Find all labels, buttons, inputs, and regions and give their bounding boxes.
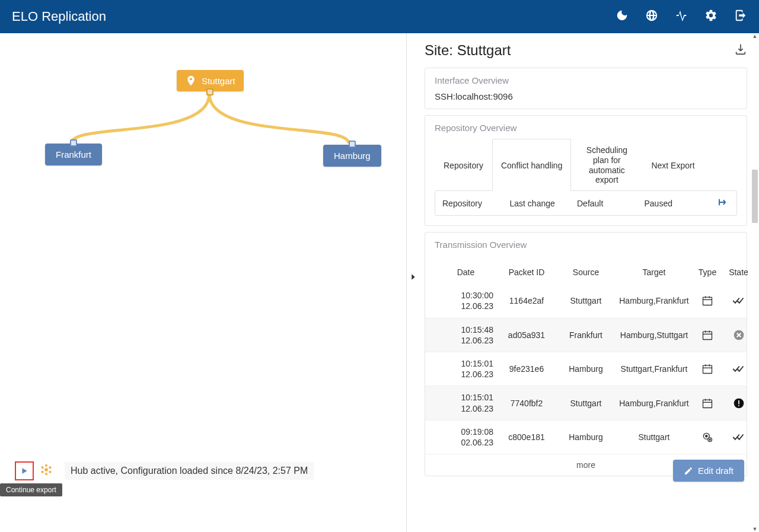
cell-source: Hamburg xyxy=(556,432,616,442)
hub-node[interactable]: Stuttgart xyxy=(177,70,244,91)
col-default: Default xyxy=(577,199,645,208)
state-icon xyxy=(722,432,755,442)
col-type: Type xyxy=(693,267,722,277)
type-icon xyxy=(693,397,722,409)
cell-target: Stuttgart,Frankfurt xyxy=(616,364,693,374)
continue-export-button[interactable] xyxy=(15,461,34,480)
svg-rect-19 xyxy=(738,405,739,406)
hub-status-icon xyxy=(40,463,53,479)
col-lastchange: Last change xyxy=(510,199,578,208)
cell-packetid: ad05a931 xyxy=(497,330,556,340)
svg-rect-13 xyxy=(703,400,712,407)
edit-draft-button[interactable]: Edit draft xyxy=(673,460,744,482)
child-node-hamburg[interactable]: Hamburg xyxy=(323,145,381,167)
table-row[interactable]: 10:15:0112.06.23 7740fbf2 Stuttgart Hamb… xyxy=(425,386,747,420)
page-title: Site: Stuttgart xyxy=(425,42,511,59)
gear-icon[interactable] xyxy=(704,9,717,24)
col-paused: Paused xyxy=(645,199,712,208)
cell-date: 10:15:0112.06.23 xyxy=(435,358,497,380)
tab-repository[interactable]: Repository xyxy=(435,139,492,191)
child-label: Hamburg xyxy=(334,151,371,161)
tab-next-export[interactable]: Next Export xyxy=(642,139,703,191)
table-row[interactable]: 10:15:0112.06.23 9fe231e6 Hamburg Stuttg… xyxy=(425,352,747,386)
svg-rect-0 xyxy=(703,298,712,305)
state-icon xyxy=(722,397,755,409)
svg-point-25 xyxy=(45,464,47,466)
tab-scheduling[interactable]: Scheduling plan for automatic export xyxy=(571,139,642,191)
table-row[interactable]: 10:30:0012.06.23 1164e2af Stuttgart Hamb… xyxy=(425,284,747,318)
cell-date: 10:15:4812.06.23 xyxy=(435,324,497,346)
child-node-frankfurt[interactable]: Frankfurt xyxy=(45,144,102,165)
type-icon xyxy=(693,431,722,443)
table-row[interactable]: 09:19:0802.06.23 c800e181 Hamburg Stuttg… xyxy=(425,420,747,454)
cell-target: Hamburg,Stuttgart xyxy=(616,330,693,340)
type-icon xyxy=(693,329,722,341)
edit-draft-label: Edit draft xyxy=(698,466,734,476)
repo-section-title: Repository Overview xyxy=(435,123,737,133)
cell-date: 09:19:0802.06.23 xyxy=(435,426,497,448)
svg-point-30 xyxy=(42,466,44,469)
state-icon xyxy=(722,329,755,341)
col-target: Target xyxy=(616,267,693,277)
col-repository: Repository xyxy=(442,199,510,208)
svg-point-27 xyxy=(49,470,51,473)
tab-conflict[interactable]: Conflict handling xyxy=(492,139,572,191)
cell-target: Stuttgart xyxy=(616,432,693,442)
type-icon xyxy=(693,363,722,375)
type-icon xyxy=(693,295,722,307)
cell-packetid: 7740fbf2 xyxy=(497,399,556,408)
interface-value: SSH:localhost:9096 xyxy=(435,91,737,101)
child-label: Frankfurt xyxy=(56,149,91,160)
globe-icon[interactable] xyxy=(645,9,658,24)
download-icon[interactable] xyxy=(734,43,747,58)
interface-section-title: Interface Overview xyxy=(435,75,737,85)
svg-point-28 xyxy=(45,473,47,475)
theme-icon[interactable] xyxy=(616,9,629,24)
activity-icon[interactable] xyxy=(675,9,688,24)
cell-date: 10:30:0012.06.23 xyxy=(435,290,497,311)
cell-source: Hamburg xyxy=(556,364,616,374)
svg-rect-18 xyxy=(738,400,739,404)
table-row[interactable]: 10:15:4812.06.23 ad05a931 Frankfurt Hamb… xyxy=(425,318,747,352)
status-text: Hub active, Configuration loaded since 8… xyxy=(65,462,314,480)
hub-label: Stuttgart xyxy=(202,76,235,86)
cell-packetid: 1164e2af xyxy=(497,296,556,305)
cell-target: Hamburg,Frankfurt xyxy=(616,296,693,305)
svg-rect-9 xyxy=(703,365,712,373)
col-packetid: Packet ID xyxy=(497,267,556,277)
trans-section-title: Transmission Overview xyxy=(425,240,747,250)
col-source: Source xyxy=(556,267,616,277)
logout-icon[interactable] xyxy=(734,9,747,24)
cell-target: Hamburg,Frankfurt xyxy=(616,399,693,408)
cell-source: Frankfurt xyxy=(556,330,616,340)
export-icon[interactable] xyxy=(712,197,729,209)
svg-point-21 xyxy=(706,435,707,437)
svg-point-24 xyxy=(44,468,48,472)
cell-date: 10:15:0112.06.23 xyxy=(435,392,497,413)
svg-point-23 xyxy=(709,439,710,440)
col-state: State xyxy=(722,267,755,277)
state-icon xyxy=(722,364,755,374)
cell-packetid: c800e181 xyxy=(497,432,556,442)
svg-point-29 xyxy=(42,470,44,473)
tooltip-continue-export: Continue export xyxy=(0,483,62,496)
col-date: Date xyxy=(435,267,497,277)
cell-source: Stuttgart xyxy=(556,399,616,408)
svg-rect-4 xyxy=(703,332,712,339)
app-title: ELO Replication xyxy=(12,9,106,24)
cell-packetid: 9fe231e6 xyxy=(497,364,556,374)
svg-point-26 xyxy=(49,466,51,469)
state-icon xyxy=(722,295,755,306)
cell-source: Stuttgart xyxy=(556,296,616,305)
